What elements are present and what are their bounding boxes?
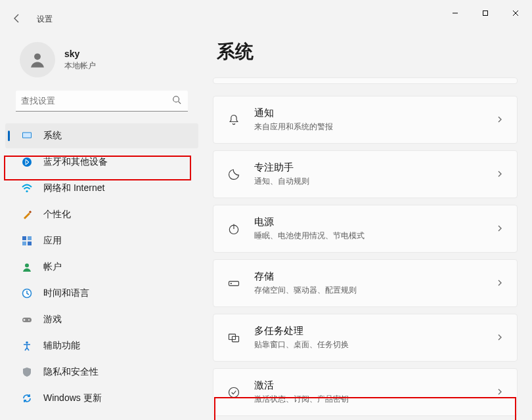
chevron-right-icon [496, 115, 504, 125]
accounts-icon [21, 261, 33, 273]
svg-rect-14 [22, 242, 26, 245]
maximize-button[interactable] [470, 3, 500, 23]
search-icon [172, 95, 181, 106]
back-button[interactable] [12, 13, 22, 26]
nav-label: 应用 [43, 235, 62, 247]
card-notify[interactable]: 通知 来自应用和系统的警报 [213, 96, 518, 144]
power-icon [227, 222, 241, 236]
minimize-button[interactable] [440, 3, 470, 23]
card-subtitle: 来自应用和系统的警报 [254, 121, 483, 133]
svg-rect-12 [22, 236, 26, 240]
svg-point-16 [25, 264, 29, 268]
window-title: 设置 [37, 14, 53, 25]
notify-icon [227, 114, 241, 127]
focus-icon [227, 168, 241, 181]
search-box[interactable] [16, 91, 188, 112]
main-panel: 系统 通知 来自应用和系统的警报 专注助手 通知、自动规则 电源 睡眠、电池使用… [204, 26, 532, 420]
svg-rect-13 [28, 236, 32, 240]
svg-point-27 [229, 387, 239, 397]
nav-item-apps[interactable]: 应用 [5, 228, 198, 253]
card-stub-top [213, 77, 518, 84]
nav-item-accounts[interactable]: 帐户 [5, 255, 198, 280]
gaming-icon [21, 314, 33, 326]
nav-label: Windows 更新 [43, 392, 102, 404]
card-title: 电源 [254, 216, 483, 228]
nav-list: 系统 蓝牙和其他设备 网络和 Internet 个性化 应用 帐户 时间和语言 … [0, 123, 204, 411]
svg-point-24 [231, 283, 231, 284]
chevron-right-icon [496, 278, 504, 289]
nav-item-system[interactable]: 系统 [5, 123, 198, 148]
card-title: 存储 [254, 270, 483, 283]
nav-label: 蓝牙和其他设备 [43, 156, 108, 168]
card-subtitle: 睡眠、电池使用情况、节电模式 [254, 230, 483, 242]
page-title: 系统 [217, 39, 520, 64]
close-button[interactable] [500, 3, 531, 23]
system-icon [21, 130, 33, 142]
card-subtitle: 贴靠窗口、桌面、任务切换 [254, 339, 483, 350]
nav-item-time[interactable]: 时间和语言 [5, 281, 198, 306]
card-storage[interactable]: 存储 存储空间、驱动器、配置规则 [213, 259, 518, 307]
nav-item-access[interactable]: 辅助功能 [5, 333, 198, 358]
card-title: 专注助手 [254, 161, 483, 174]
personalize-icon [21, 209, 33, 220]
nav-item-personalize[interactable]: 个性化 [5, 202, 198, 227]
chevron-right-icon [496, 387, 504, 398]
card-subtitle: 存储空间、驱动器、配置规则 [254, 285, 483, 296]
nav-item-update[interactable]: Windows 更新 [5, 386, 198, 411]
card-focus[interactable]: 专注助手 通知、自动规则 [213, 150, 518, 198]
nav-label: 游戏 [43, 314, 62, 326]
time-icon [21, 287, 33, 299]
titlebar: 设置 [0, 0, 532, 26]
nav-label: 辅助功能 [43, 340, 80, 352]
privacy-icon [21, 366, 33, 378]
profile-block[interactable]: sky 本地帐户 [0, 34, 204, 91]
update-icon [21, 392, 33, 404]
chevron-right-icon [496, 224, 504, 234]
svg-rect-8 [23, 133, 31, 138]
card-subtitle: 激活状态、订阅、产品密钥 [254, 394, 483, 405]
card-title: 通知 [254, 107, 483, 119]
storage-icon [227, 277, 241, 290]
svg-line-6 [179, 102, 181, 104]
nav-item-privacy[interactable]: 隐私和安全性 [5, 360, 198, 385]
svg-point-4 [34, 53, 41, 60]
card-power[interactable]: 电源 睡眠、电池使用情况、节电模式 [213, 205, 518, 253]
svg-rect-11 [29, 211, 32, 213]
nav-item-network[interactable]: 网络和 Internet [5, 176, 198, 201]
card-activate[interactable]: 激活 激活状态、订阅、产品密钥 [213, 368, 518, 416]
card-title: 激活 [254, 379, 483, 392]
nav-label: 时间和语言 [43, 287, 89, 299]
svg-point-19 [28, 320, 30, 321]
profile-sub: 本地帐户 [64, 60, 96, 72]
sidebar: sky 本地帐户 系统 蓝牙和其他设备 网络和 Internet 个性化 应用 … [0, 26, 204, 420]
chevron-right-icon [496, 169, 504, 180]
card-title: 多任务处理 [254, 325, 483, 337]
chevron-right-icon [496, 333, 504, 343]
svg-rect-23 [229, 281, 239, 285]
svg-rect-1 [483, 11, 488, 16]
svg-point-5 [173, 96, 179, 102]
search-input[interactable] [21, 96, 183, 106]
nav-label: 网络和 Internet [43, 182, 104, 194]
access-icon [21, 340, 33, 352]
profile-name: sky [64, 49, 96, 59]
network-icon [21, 182, 33, 194]
nav-item-bluetooth[interactable]: 蓝牙和其他设备 [5, 150, 198, 175]
svg-rect-15 [28, 242, 32, 245]
nav-label: 隐私和安全性 [43, 366, 99, 378]
card-multitask[interactable]: 多任务处理 贴靠窗口、桌面、任务切换 [213, 314, 518, 362]
nav-item-gaming[interactable]: 游戏 [5, 307, 198, 332]
multitask-icon [227, 331, 241, 345]
avatar [20, 42, 55, 77]
svg-point-9 [22, 158, 32, 167]
svg-point-20 [26, 341, 28, 344]
card-subtitle: 通知、自动规则 [254, 176, 483, 187]
bluetooth-icon [21, 156, 33, 168]
nav-label: 系统 [43, 130, 62, 142]
apps-icon [21, 235, 33, 247]
activate-icon [227, 386, 241, 399]
nav-label: 个性化 [43, 209, 71, 220]
svg-point-10 [26, 190, 28, 192]
nav-label: 帐户 [43, 261, 62, 273]
